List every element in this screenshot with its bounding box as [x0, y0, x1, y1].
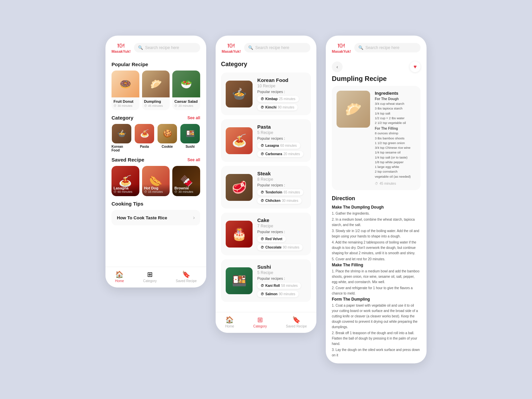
logo-icon: 🍽	[118, 42, 124, 49]
recipe-detail-title: Dumpling Recipe	[326, 75, 427, 86]
nav-category-label: Category	[143, 279, 157, 283]
steak-tag-chicken[interactable]: ⏱ Chihcken 30 minutes	[257, 197, 302, 204]
saved-brownie[interactable]: 🍫 Brownie ⏱ 30 minutes	[172, 166, 200, 196]
kimchi-time: 90 minutes	[278, 105, 294, 109]
category-sushi[interactable]: 🍱 Sushi 5 Recipe Popular recipes : ⏱ Kan…	[221, 259, 311, 302]
recipe-card-salad[interactable]: 🥗 Caesar Salad ⏱ 20 minutes	[172, 71, 200, 110]
filling-item-5: 1/4 tsp salt (or to taste)	[375, 155, 416, 160]
korean-image: 🍲	[112, 124, 131, 143]
nav2-home-label: Home	[225, 324, 234, 328]
phone-detail: 🍽 MasakYuk! 🔍 Search recipe here ‹ ♥ Dum…	[326, 36, 427, 363]
nav2-home[interactable]: 🏠 Home	[225, 316, 234, 328]
sushi-label: Sushi	[185, 145, 194, 148]
kimbap-time: 25 minutes	[279, 97, 296, 101]
filling-item-6: 1/8 tsp white pepper	[375, 160, 416, 165]
category-cake[interactable]: 🎂 Cake 7 Recipe Popular recipes : ⏱ Red …	[221, 213, 311, 255]
logo2: 🍽 MasakYuk!	[222, 42, 241, 53]
detail-search-bar[interactable]: 🔍 Search recipe here	[354, 43, 420, 52]
pasta-tags: ⏱ Lasagna 60 minutes ⏱ Carbonara 20 minu…	[257, 142, 306, 157]
dough-item-2: 1/4 tsp salt	[375, 111, 416, 116]
filling-item-3: 3/4 tsp Chinese rice wine	[375, 145, 416, 150]
cake-tag-redvelvet[interactable]: ⏱ Red Velvet	[257, 236, 286, 242]
korean-popular-label: Popular recipes :	[257, 90, 306, 94]
nav-category[interactable]: ⊞ Category	[143, 270, 157, 283]
saved-section-header: Saved Recipe See all	[112, 157, 200, 163]
sushi-tag-salmon[interactable]: ⏱ Salmon 90 minutes	[257, 291, 299, 297]
filling-item-2: 1 1/2 tsp green onion	[375, 141, 416, 145]
popular-section-header: Popular Recipe	[112, 61, 200, 67]
korean-list-name: Korean Food	[257, 77, 306, 83]
clock-icon: ⏱	[261, 237, 264, 241]
nav-saved[interactable]: 🔖 Saved Recipe	[176, 270, 196, 283]
dir-step-2-0: 1. Coat a paper towel with vegetable oil…	[332, 303, 420, 330]
saved-icon: 🔖	[182, 270, 190, 278]
sushi-image: 🍱	[180, 124, 200, 143]
home-icon2: 🏠	[225, 316, 234, 324]
pasta-tag-carbonara[interactable]: ⏱ Carbonara 20 minutes	[257, 151, 303, 157]
korean-tags: ⏱ Kimbap 25 minutes ⏱ Kimchi 90 minutes	[257, 96, 306, 110]
cat-item-cookie[interactable]: 🍪 Cookie	[157, 124, 177, 152]
saved-icon2: 🔖	[292, 316, 301, 324]
dir-step-0-3: 4. Add the remaining 2 tablespoons of bo…	[332, 240, 420, 256]
donut-time: ⏱ 30 minutes	[114, 104, 137, 107]
saved-see-all[interactable]: See all	[187, 158, 200, 162]
cake-tag-chocolate[interactable]: ⏱ Chocolate 90 minutes	[257, 244, 303, 251]
dough-subtitle: For The Dough	[375, 97, 416, 101]
saved-title: Saved Recipe	[112, 157, 144, 163]
category-list: Category 🍲 Korean Food 10 Recipe Popular…	[216, 61, 316, 333]
home-header: 🍽 MasakYuk! 🔍 Search recipe here	[105, 36, 206, 57]
sushi-list-info: Sushi 5 Recipe Popular recipes : ⏱ Kani …	[257, 264, 306, 297]
direction-sub-0: Make The Dumpling Dough	[332, 205, 420, 210]
saved-recipe-row: 🍝 Lasagna ⏱ 60 minutes 🌭 Hot Dog ⏱ 15 mi…	[112, 166, 200, 196]
home-search-bar[interactable]: 🔍 Search recipe here	[134, 43, 200, 52]
steak-tag-tenderloin[interactable]: ⏱ Tenderloin 65 minutes	[257, 189, 303, 195]
korean-tag-kimchi[interactable]: ⏱ Kimchi 90 minutes	[257, 104, 298, 110]
direction-sub-2: Form The Dumpling	[332, 297, 420, 302]
direction-section: Direction Make The Dumpling Dough 1. Gat…	[332, 195, 420, 358]
clock-icon: ⏱	[114, 104, 117, 107]
clock-icon: ⏱	[261, 199, 264, 203]
cake-list-info: Cake 7 Recipe Popular recipes : ⏱ Red Ve…	[257, 217, 306, 251]
hotdog-overlay: Hot Dog ⏱ 15 minutes	[142, 184, 170, 196]
sushi-list-name: Sushi	[257, 264, 306, 270]
ingredients-section: Ingredients For The Dough 3/4 cup wheat …	[375, 91, 416, 185]
filling-item-9: vegetable oil (as needed)	[375, 174, 416, 179]
nav2-category[interactable]: ⊞ Category	[253, 316, 267, 328]
saved-lasagna[interactable]: 🍝 Lasagna ⏱ 60 minutes	[112, 166, 139, 196]
saved-hotdog[interactable]: 🌭 Hot Dog ⏱ 15 minutes	[142, 166, 170, 196]
nav2-saved-label: Saved Recipe	[286, 324, 307, 328]
category-see-all[interactable]: See all	[187, 116, 200, 120]
pasta-list-img: 🍝	[226, 127, 253, 154]
nav-home-label: Home	[115, 279, 124, 283]
nav-saved-label: Saved Recipe	[176, 279, 196, 283]
cat-item-korean[interactable]: 🍲 Korean Food	[112, 124, 132, 152]
sushi-list-count: 5 Recipe	[257, 270, 306, 275]
cat-item-sushi[interactable]: 🍱 Sushi	[180, 124, 200, 152]
recipe-card-dumpling[interactable]: 🥟 Dumpling ⏱ 45 minutes	[142, 71, 170, 110]
category-steak[interactable]: 🥩 Steak 8 Recipe Popular recipes : ⏱ Ten…	[221, 166, 311, 209]
korean-tag-kimbap[interactable]: ⏱ Kimbap 25 minutes	[257, 96, 299, 102]
recipe-card-donut[interactable]: 🍩 Fruit Donut ⏱ 30 minutes	[112, 71, 139, 110]
pasta-list-count: 5 Recipe	[257, 130, 306, 135]
category-icon2: ⊞	[257, 316, 263, 324]
category-search-bar[interactable]: 🔍 Search recipe here	[244, 43, 310, 52]
category-title: Category	[112, 115, 133, 121]
cake-list-count: 7 Recipe	[257, 224, 306, 228]
clock-icon: ⏱	[261, 292, 264, 296]
sushi-tag-kaniroll[interactable]: ⏱ Kani Roll 58 minutes	[257, 282, 301, 289]
back-button[interactable]: ‹	[332, 61, 343, 72]
nav-home[interactable]: 🏠 Home	[115, 270, 124, 283]
filling-item-0: 8 ounces shrimp	[375, 131, 416, 136]
category-korean[interactable]: 🍲 Korean Food 10 Recipe Popular recipes …	[221, 73, 311, 115]
cookie-image: 🍪	[158, 124, 177, 143]
cake-list-name: Cake	[257, 217, 306, 223]
tip-card[interactable]: How To Cook Taste Rice ›	[112, 210, 200, 225]
nav2-saved[interactable]: 🔖 Saved Recipe	[286, 316, 307, 328]
category-pasta[interactable]: 🍝 Pasta 5 Recipe Popular recipes : ⏱ Las…	[221, 119, 311, 162]
logo-icon2: 🍽	[228, 42, 234, 49]
sushi-tags: ⏱ Kani Roll 58 minutes ⏱ Salmon 90 minut…	[257, 282, 306, 297]
pasta-tag-lasagna[interactable]: ⏱ Lasagna 60 minutes	[257, 142, 300, 149]
cat-item-pasta[interactable]: 🍝 Pasta	[134, 124, 154, 152]
favorite-button[interactable]: ♥	[410, 61, 420, 72]
dough-item-3: 1/2 cup + 2 tbs water	[375, 116, 416, 121]
